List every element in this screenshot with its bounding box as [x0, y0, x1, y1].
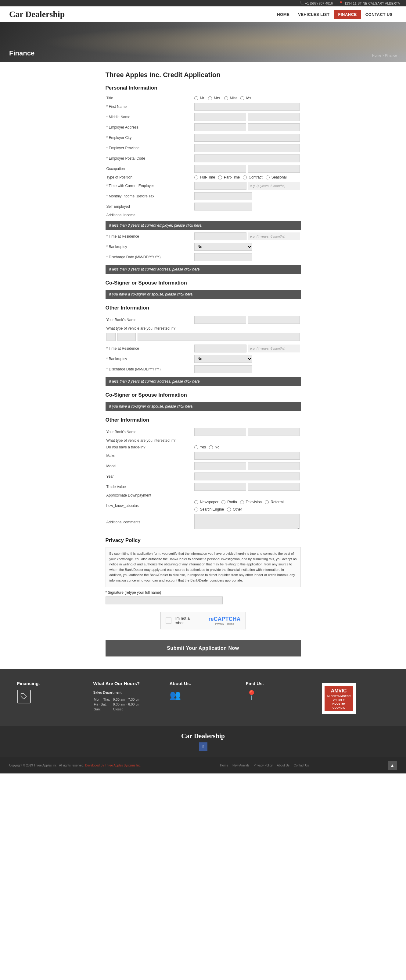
- bankruptcy-row2: * Bankruptcy No Yes: [105, 354, 301, 364]
- occupation-input2[interactable]: [248, 165, 300, 173]
- developer-link[interactable]: Developed By Three Apples Systems Inc.: [85, 764, 141, 767]
- cosigner-click-banner[interactable]: If you have a co-signer or spouse, pleas…: [105, 290, 301, 299]
- middle-name-input2[interactable]: [248, 113, 300, 121]
- bankruptcy-select[interactable]: No Yes: [194, 243, 252, 251]
- footer-nav-about[interactable]: About Us: [277, 764, 289, 767]
- pos-fulltime[interactable]: Full-Time: [194, 175, 215, 180]
- how-television[interactable]: Television: [240, 500, 262, 504]
- employer-address-input[interactable]: [194, 123, 246, 131]
- how-radio[interactable]: Radio: [221, 500, 237, 504]
- cosigner2-click-banner[interactable]: If you have a co-signer or spouse, pleas…: [105, 402, 301, 411]
- trade-yes[interactable]: Yes: [194, 445, 206, 449]
- nav-home[interactable]: HOME: [273, 10, 294, 19]
- pos-fulltime-radio[interactable]: [194, 175, 198, 180]
- title-mrs[interactable]: Mrs.: [208, 96, 221, 100]
- employer-city-input[interactable]: [194, 134, 300, 142]
- employer-postal-input[interactable]: [194, 154, 300, 162]
- bank-name-input3[interactable]: [194, 428, 246, 436]
- model-input[interactable]: [194, 462, 246, 470]
- time-employer-input[interactable]: [194, 182, 246, 190]
- nav-vehicles[interactable]: VEHICLES LIST: [294, 10, 334, 19]
- downpayment-label: Approximate Downpayment: [105, 492, 193, 499]
- title-mr-radio[interactable]: [194, 96, 198, 100]
- submit-button[interactable]: Submit Your Application Now: [105, 640, 301, 657]
- employer-address-input2[interactable]: [248, 123, 300, 131]
- model-label: Model: [105, 461, 193, 471]
- pos-contract[interactable]: Contract: [243, 175, 262, 180]
- vehicle-opt3[interactable]: [137, 333, 300, 341]
- bank-name-input2[interactable]: [248, 316, 300, 324]
- trade-value-input[interactable]: [194, 483, 246, 491]
- how-newspaper-radio[interactable]: [194, 500, 198, 504]
- how-referral[interactable]: Referral: [265, 500, 284, 504]
- trade-no-radio[interactable]: [209, 445, 213, 449]
- pos-seasonal[interactable]: Seasonal: [266, 175, 287, 180]
- employer-click-banner[interactable]: If less than 3 years at current employer…: [105, 221, 301, 230]
- cosigner-title: Co-Signer or Spouse Information: [105, 280, 301, 286]
- footer-nav-arrivals[interactable]: New Arrivals: [232, 764, 249, 767]
- how-newspaper[interactable]: Newspaper: [194, 500, 219, 504]
- employer-postal-label: * Employer Postal Code: [105, 153, 193, 164]
- trade-no[interactable]: No: [209, 445, 219, 449]
- year-input[interactable]: [194, 473, 300, 480]
- footer-hours: What Are Our Hours? Sales Department Mon…: [93, 681, 160, 714]
- self-employed-input[interactable]: [194, 202, 252, 210]
- middle-name-input[interactable]: [194, 113, 246, 121]
- how-searchengine-radio[interactable]: [194, 508, 198, 511]
- pos-parttime-radio[interactable]: [218, 175, 222, 180]
- footer-nav-contact[interactable]: Contact Us: [294, 764, 309, 767]
- address-click-banner2[interactable]: If less than 3 years at current address,…: [105, 377, 301, 386]
- monthly-income-input[interactable]: [194, 192, 252, 200]
- discharge-date-input2[interactable]: [194, 365, 252, 373]
- bank-name-row: Your Bank's Name: [105, 315, 301, 325]
- time-residence-input2[interactable]: [194, 345, 246, 352]
- footer-nav-privacy[interactable]: Privacy Policy: [254, 764, 273, 767]
- footer-nav-home[interactable]: Home: [220, 764, 228, 767]
- captcha-checkbox[interactable]: [166, 617, 172, 624]
- first-name-input[interactable]: [194, 103, 300, 111]
- how-television-radio[interactable]: [240, 500, 244, 504]
- pos-seasonal-radio[interactable]: [266, 175, 270, 180]
- vehicle-opt2[interactable]: [117, 333, 136, 341]
- how-referral-radio[interactable]: [265, 500, 269, 504]
- nav-finance[interactable]: FINANCE: [334, 10, 361, 19]
- scroll-top-button[interactable]: ▲: [388, 760, 397, 770]
- discharge-date-input[interactable]: [194, 253, 252, 261]
- site-logo[interactable]: Car Dealership: [9, 10, 65, 19]
- bank-name-input4[interactable]: [248, 428, 300, 436]
- footer-tag-icon: [17, 690, 31, 703]
- occupation-input[interactable]: [194, 165, 246, 173]
- hero-title: Finance: [9, 49, 35, 57]
- nav-contact[interactable]: CONTACT US: [361, 10, 397, 19]
- time-residence-input[interactable]: [194, 232, 246, 240]
- facebook-icon[interactable]: f: [199, 742, 208, 751]
- trade-value-input2[interactable]: [248, 483, 300, 491]
- signature-input[interactable]: [105, 597, 223, 605]
- self-employed-row: Self Employed: [105, 201, 301, 212]
- title-ms[interactable]: Ms.: [240, 96, 252, 100]
- employer-province-input[interactable]: [194, 144, 300, 152]
- how-other[interactable]: Other: [227, 507, 242, 511]
- model-input2[interactable]: [248, 462, 300, 470]
- vehicle-opt1[interactable]: [107, 333, 116, 341]
- make-input[interactable]: [194, 452, 300, 460]
- pos-parttime[interactable]: Part-Time: [218, 175, 240, 180]
- how-other-radio[interactable]: [227, 508, 231, 511]
- captcha-box[interactable]: I'm not a robot reCAPTCHA Privacy - Term…: [160, 612, 246, 629]
- cosigner2-title: Co-Signer or Spouse Information: [105, 392, 301, 398]
- address-click-banner[interactable]: If less than 3 years at current address,…: [105, 265, 301, 274]
- title-ms-radio[interactable]: [240, 96, 245, 100]
- title-mr[interactable]: Mr.: [194, 96, 205, 100]
- title-miss-radio[interactable]: [224, 96, 228, 100]
- bank-name-input[interactable]: [194, 316, 246, 324]
- how-radio-radio[interactable]: [221, 500, 225, 504]
- occupation-row: Occupation: [105, 164, 301, 174]
- pos-contract-radio[interactable]: [243, 175, 247, 180]
- bankruptcy-select2[interactable]: No Yes: [194, 355, 252, 363]
- comments-textarea[interactable]: [194, 514, 300, 529]
- title-mrs-radio[interactable]: [208, 96, 212, 100]
- how-searchengine[interactable]: Search Engine: [194, 507, 224, 511]
- captcha-label: I'm not a robot: [174, 616, 199, 625]
- trade-yes-radio[interactable]: [194, 445, 198, 449]
- title-miss[interactable]: Miss: [224, 96, 238, 100]
